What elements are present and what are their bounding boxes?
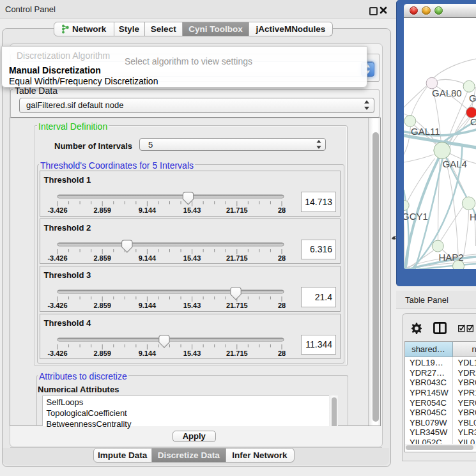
svg-text:-3.426: -3.426 [47,254,67,261]
svg-text:H: H [470,211,476,222]
svg-text:9.144: 9.144 [139,349,157,357]
svg-text:28: 28 [278,254,286,261]
svg-text:-3.426: -3.426 [47,349,67,357]
svg-text:-3.426: -3.426 [47,302,67,309]
svg-text:2.859: 2.859 [93,349,111,357]
svg-text:21.715: 21.715 [226,349,248,357]
svg-text:9.144: 9.144 [139,206,157,214]
svg-text:28: 28 [278,302,286,309]
svg-text:21.715: 21.715 [226,206,248,214]
svg-text:21.715: 21.715 [226,302,248,309]
svg-text:15.43: 15.43 [183,349,201,357]
svg-text:15.43: 15.43 [183,302,201,309]
svg-text:15.43: 15.43 [183,254,201,261]
svg-text:2.859: 2.859 [93,206,111,214]
svg-text:GAL11: GAL11 [411,126,440,137]
svg-text:-3.426: -3.426 [47,206,67,214]
svg-text:9.144: 9.144 [139,302,157,309]
svg-text:21.715: 21.715 [226,254,248,261]
svg-text:2.859: 2.859 [93,254,111,261]
svg-text:HAP2: HAP2 [438,252,463,263]
svg-text:GA: GA [469,93,476,104]
svg-text:28: 28 [278,206,286,214]
svg-text:GCY1: GCY1 [404,211,428,222]
svg-text:15.43: 15.43 [183,206,201,214]
svg-text:9.144: 9.144 [139,254,157,261]
svg-text:C: C [470,116,476,127]
svg-text:28: 28 [278,349,286,357]
svg-text:GAL4: GAL4 [442,158,466,169]
svg-text:2.859: 2.859 [93,302,111,309]
svg-text:GAL80: GAL80 [432,88,462,98]
